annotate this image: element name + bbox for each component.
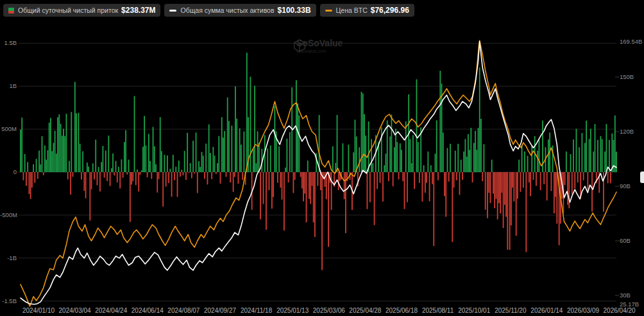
legend-value-price: $76,296.96	[371, 6, 409, 15]
x-axis-date-tick: 2024/09/27	[204, 307, 236, 314]
price-line-icon	[325, 10, 332, 12]
x-axis-date-tick: 2026/04/20	[604, 307, 636, 314]
left-axis-tick: -1.5B	[0, 297, 17, 304]
inflow-outflow-icon	[8, 8, 14, 13]
right-axis-tick: 30B	[620, 292, 631, 299]
left-axis-tick: -1B	[0, 254, 17, 261]
right-axis-tick: 120B	[620, 128, 634, 135]
legend-label-assets: Общая сумма чистых активов	[180, 6, 274, 14]
legend-item-daily-net-inflow[interactable]: Общий суточный чистый приток $238.37M	[3, 4, 160, 17]
left-axis-tick: 500M	[0, 125, 17, 132]
right-axis-tick: 150B	[620, 73, 634, 80]
legend-label-price: Цена BTC	[336, 6, 368, 14]
x-axis-date-tick: 2025/03/06	[313, 307, 345, 314]
sosovalue-watermark: SoSoValue sosovalue.com	[292, 39, 343, 53]
x-axis-date-tick: 2024/01/10	[22, 307, 55, 314]
assets-line-icon	[169, 10, 176, 12]
left-axis-tick: 1.5B	[0, 39, 17, 46]
x-axis-date-tick: 2025/11/20	[495, 307, 526, 314]
legend-value-assets: $100.33B	[278, 6, 311, 15]
right-axis-tick: 60B	[620, 237, 631, 244]
legend-label-flow: Общий суточный чистый приток	[18, 6, 118, 14]
x-axis-date-tick: 2026/03/09	[567, 307, 599, 314]
legend-item-total-net-assets[interactable]: Общая сумма чистых активов $100.33B	[164, 4, 316, 17]
left-axis-tick: 1B	[0, 82, 17, 89]
legend-value-flow: $238.37M	[121, 6, 155, 15]
right-axis-tick: 90B	[620, 182, 631, 189]
x-axis-date-tick: 2025/06/18	[386, 307, 418, 314]
sosovalue-cube-icon	[292, 39, 307, 53]
x-axis-date-tick: 2024/04/24	[95, 307, 127, 314]
left-axis-tick: 0	[0, 168, 17, 175]
etf-flow-dashboard: Общий суточный чистый приток $238.37M Об…	[0, 0, 644, 316]
x-axis-date-tick: 2024/03/04	[59, 307, 91, 314]
x-axis-date-tick: 2024/11/18	[241, 307, 272, 314]
daily-net-inflow-bars	[20, 53, 617, 270]
x-axis-date-tick: 2026/01/14	[530, 307, 563, 314]
x-axis-date-tick: 2025/04/28	[349, 307, 381, 314]
x-axis-date-tick: 2025/08/11	[422, 307, 453, 314]
x-axis-date-tick: 2024/06/14	[131, 307, 164, 314]
left-axis-tick: -500M	[0, 211, 17, 218]
x-axis-date-tick: 2025/01/13	[276, 307, 309, 314]
chart-legend: Общий суточный чистый приток $238.37M Об…	[3, 4, 414, 17]
right-axis-tick: 169.54B	[620, 38, 642, 45]
current-value-handle[interactable]	[640, 171, 644, 183]
x-axis-date-tick: 2025/10/01	[458, 307, 490, 314]
x-axis-date-tick: 2024/08/07	[167, 307, 199, 314]
legend-item-btc-price[interactable]: Цена BTC $76,296.96	[320, 4, 414, 17]
